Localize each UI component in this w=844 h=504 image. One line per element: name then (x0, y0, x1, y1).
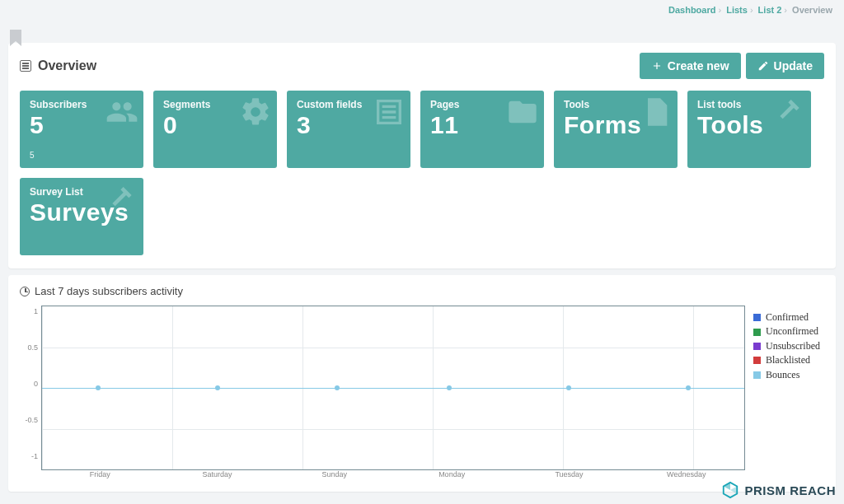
legend-swatch (753, 357, 761, 364)
brand-logo: PRISM REACH (721, 481, 836, 499)
chart-title: Last 7 days subscribers activity (20, 285, 824, 297)
page-title: Overview (20, 58, 96, 73)
legend-swatch (753, 329, 761, 336)
list-icon (373, 96, 406, 132)
prism-logo-icon (721, 481, 739, 499)
hammer-icon (773, 96, 806, 132)
tile-grid: Subscribers 5 5 Segments 0 Custom fields… (20, 91, 824, 255)
update-button[interactable]: Update (746, 53, 824, 79)
create-new-button[interactable]: Create new (640, 53, 741, 79)
breadcrumb: Dashboard› Lists› List 2› Overview (0, 0, 844, 18)
chart-y-axis: 1 0.5 0 -0.5 -1 (20, 306, 41, 470)
tile-pages[interactable]: Pages 11 (420, 91, 544, 168)
users-icon (106, 96, 138, 132)
breadcrumb-link[interactable]: List 2 (758, 5, 782, 15)
tile-survey-list[interactable]: Survey List Surveys (20, 178, 143, 255)
tile-segments[interactable]: Segments 0 (153, 91, 277, 168)
tile-custom-fields[interactable]: Custom fields 3 (287, 91, 410, 168)
chart-x-axis: Friday Saturday Sunday Monday Tuesday We… (41, 470, 745, 478)
chart-plot-area (41, 306, 745, 470)
legend-swatch (753, 314, 761, 321)
overview-panel: Overview Create new Update Subscribers 5… (8, 43, 836, 268)
legend-swatch (753, 371, 761, 379)
update-label: Update (774, 59, 813, 72)
folder-icon (506, 96, 539, 132)
tile-tools-forms[interactable]: Tools Forms (554, 91, 678, 168)
svg-marker-2 (730, 486, 737, 493)
tile-list-tools[interactable]: List tools Tools (687, 91, 811, 168)
hammer-icon (106, 183, 138, 219)
clock-icon (20, 287, 30, 296)
list-icon (20, 60, 31, 72)
tile-subscribers[interactable]: Subscribers 5 5 (20, 91, 143, 168)
brand-text: PRISM REACH (744, 483, 836, 497)
page-title-text: Overview (38, 58, 96, 73)
legend-swatch (753, 343, 761, 350)
chart-series-line (42, 388, 744, 389)
activity-chart-panel: Last 7 days subscribers activity 1 0.5 0… (8, 275, 836, 492)
create-new-label: Create new (668, 59, 729, 72)
chart-legend: Confirmed Unconfirmed Unsubscribed Black… (745, 306, 824, 470)
page-icon (640, 96, 673, 132)
tile-sub: 5 (30, 151, 35, 160)
breadcrumb-current: Overview (792, 5, 832, 15)
chart-title-text: Last 7 days subscribers activity (35, 285, 183, 297)
gear-icon (239, 96, 272, 132)
breadcrumb-link[interactable]: Dashboard (668, 5, 715, 15)
breadcrumb-link[interactable]: Lists (726, 5, 748, 15)
